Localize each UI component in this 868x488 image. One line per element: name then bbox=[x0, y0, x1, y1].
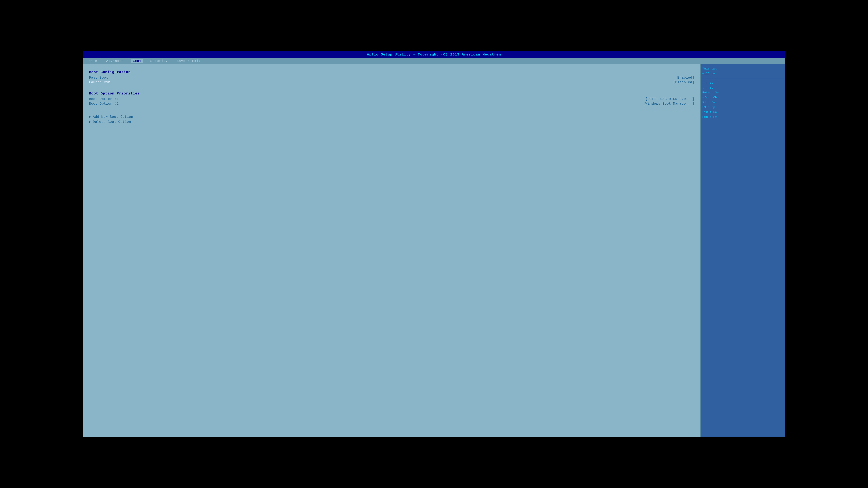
gap2 bbox=[89, 106, 694, 111]
tab-advanced[interactable]: Advanced bbox=[105, 59, 125, 63]
launch-csm-value: [Disabled] bbox=[673, 80, 694, 84]
gap1 bbox=[89, 85, 694, 89]
key-hint-plusminus: +/- : Ch bbox=[703, 95, 784, 100]
key-hint-f9: F9 : Op bbox=[703, 105, 784, 110]
boot-option1-value: [UEFI: USB DISK 2.0...] bbox=[646, 97, 694, 101]
add-new-boot-option-item[interactable]: ► Add New Boot Option bbox=[89, 115, 694, 119]
tab-security[interactable]: Security bbox=[149, 59, 169, 63]
tab-main[interactable]: Main bbox=[87, 59, 98, 63]
boot-configuration-header: Boot Configuration bbox=[89, 70, 694, 74]
right-panel: This opt will be ↔ : Se ↕ : Se Enter: Se… bbox=[701, 64, 785, 437]
key-hint-f1: F1 : Ge bbox=[703, 100, 784, 105]
help-divider bbox=[703, 78, 784, 78]
bios-screen: Aptio Setup Utility – Copyright (C) 2013… bbox=[83, 51, 785, 437]
launch-csm-row: Launch CSM [Disabled] bbox=[89, 80, 694, 84]
boot-option2-value: [Windows Boot Manage...] bbox=[643, 102, 694, 106]
fast-boot-label[interactable]: Fast Boot bbox=[89, 76, 108, 79]
tab-boot[interactable]: Boot bbox=[131, 59, 143, 63]
key-hint-lr: ↔ : Se bbox=[703, 80, 784, 85]
add-new-arrow-icon: ► bbox=[89, 115, 91, 119]
screen-container: Aptio Setup Utility – Copyright (C) 2013… bbox=[52, 29, 816, 459]
help-line1: This opt bbox=[703, 66, 784, 71]
main-panel: Boot Configuration Fast Boot [Enabled] L… bbox=[83, 64, 701, 437]
boot-option1-label[interactable]: Boot Option #1 bbox=[89, 97, 119, 101]
key-hint-f10: F10 : Sa bbox=[703, 110, 784, 115]
launch-csm-label[interactable]: Launch CSM bbox=[89, 80, 110, 84]
key-hint-esc: ESC : Ex bbox=[703, 115, 784, 120]
boot-option1-row: Boot Option #1 [UEFI: USB DISK 2.0...] bbox=[89, 97, 694, 101]
fast-boot-row: Fast Boot [Enabled] bbox=[89, 76, 694, 79]
tab-save-exit[interactable]: Save & Exit bbox=[176, 59, 202, 63]
help-line2: will be bbox=[703, 71, 784, 76]
add-new-boot-option-label: Add New Boot Option bbox=[93, 115, 133, 119]
delete-boot-option-label: Delete Boot Option bbox=[93, 120, 131, 124]
fast-boot-value: [Enabled] bbox=[675, 76, 694, 79]
key-hint-enter: Enter: Se bbox=[703, 90, 784, 95]
nav-bar: Main Advanced Boot Security Save & Exit bbox=[83, 58, 785, 64]
title-text: Aptio Setup Utility – Copyright (C) 2013… bbox=[367, 53, 501, 57]
boot-option2-label[interactable]: Boot Option #2 bbox=[89, 102, 119, 106]
key-hint-ud: ↕ : Se bbox=[703, 85, 784, 90]
delete-boot-arrow-icon: ► bbox=[89, 120, 91, 124]
delete-boot-option-item[interactable]: ► Delete Boot Option bbox=[89, 120, 694, 124]
title-bar: Aptio Setup Utility – Copyright (C) 2013… bbox=[83, 51, 785, 58]
gap3 bbox=[89, 111, 694, 115]
content-area: Boot Configuration Fast Boot [Enabled] L… bbox=[83, 64, 785, 437]
boot-option-priorities-header: Boot Option Priorities bbox=[89, 92, 694, 96]
boot-option2-row: Boot Option #2 [Windows Boot Manage...] bbox=[89, 102, 694, 106]
